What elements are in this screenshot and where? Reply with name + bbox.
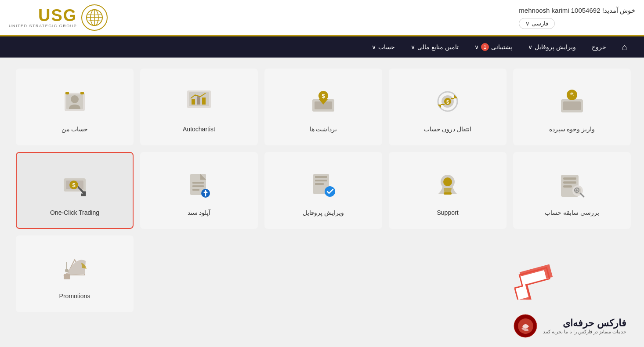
svg-point-37 — [443, 177, 452, 186]
svg-rect-20 — [202, 98, 206, 105]
card-account-review[interactable]: بررسی سابقه حساب — [513, 152, 631, 229]
promotions-icon — [57, 251, 92, 286]
one-click-trading-label: One-Click Trading — [50, 209, 99, 216]
card-internal-transfer[interactable]: $ انتقال درون حساب — [389, 69, 507, 145]
card-promotions[interactable]: Promotions — [16, 235, 134, 312]
svg-rect-28 — [563, 181, 576, 184]
promotions-label: Promotions — [59, 293, 90, 300]
svg-rect-47 — [192, 189, 199, 191]
top-header: خوش آمدید! mehnoosh karimi 10054692 فارس… — [0, 0, 644, 36]
deposit-label: واریز وجوه سپرده — [549, 126, 595, 133]
svg-text:$: $ — [72, 182, 76, 188]
upload-doc-label: آپلود سند — [188, 209, 211, 216]
svg-rect-42 — [315, 183, 324, 185]
empty-slot-4 — [140, 235, 258, 312]
nav-logout[interactable]: خروج — [584, 36, 614, 58]
language-button[interactable]: فارسی ∨ — [519, 18, 555, 29]
support-label: Support — [437, 209, 458, 216]
card-one-click-trading[interactable]: $ One-Click Trading — [16, 152, 134, 229]
one-click-trading-icon: $ — [57, 167, 92, 202]
logo-text: USG UNITED STRATEGIC GROUP — [9, 7, 77, 28]
logo-subtitle: UNITED STRATEGIC GROUP — [9, 24, 77, 28]
account-review-icon — [554, 167, 590, 202]
farsi-forex-logo-area: فارکس حرفه‌ای خدمات متمایز در فارکس را ب… — [514, 314, 626, 323]
my-account-label: حساب من — [62, 126, 88, 133]
empty-slot-2 — [389, 235, 507, 312]
internal-transfer-label: انتقال درون حساب — [424, 126, 472, 133]
deposit-icon: $ — [554, 84, 590, 119]
svg-rect-38 — [444, 192, 452, 195]
globe-icon — [81, 4, 108, 31]
svg-text:$: $ — [446, 99, 449, 105]
nav-funding[interactable]: تامین منابع مالی ∨ — [403, 36, 467, 58]
my-account-icon — [57, 84, 92, 119]
user-info-area: خوش آمدید! mehnoosh karimi 10054692 فارس… — [519, 7, 635, 29]
svg-point-43 — [325, 186, 335, 197]
withdrawal-icon: $ — [306, 84, 341, 119]
svg-rect-27 — [563, 177, 576, 180]
nav-support[interactable]: پشتیبانی 1 ∨ — [467, 36, 520, 58]
support-badge: 1 — [481, 43, 489, 51]
support-card-icon — [430, 167, 465, 202]
card-upload-doc[interactable]: آپلود سند — [140, 152, 258, 229]
svg-point-23 — [71, 95, 79, 103]
empty-slot-3 — [264, 235, 382, 312]
svg-rect-54 — [64, 274, 70, 279]
svg-rect-46 — [192, 185, 204, 187]
svg-rect-5 — [563, 101, 581, 110]
nav-account[interactable]: حساب ∨ — [364, 36, 403, 58]
autochartist-label: Autochartist — [183, 126, 215, 133]
svg-rect-45 — [192, 182, 204, 184]
logo-area: USG UNITED STRATEGIC GROUP — [9, 4, 108, 31]
farsi-forex-text: فارکس حرفه‌ای خدمات متمایز در فارکس را ب… — [543, 318, 626, 323]
card-deposit[interactable]: $ واریز وجوه سپرده — [513, 69, 631, 145]
svg-line-32 — [580, 193, 584, 197]
arrow-indicator — [514, 264, 554, 301]
welcome-text: خوش آمدید! mehnoosh karimi 10054692 — [519, 7, 635, 14]
svg-rect-41 — [315, 180, 327, 181]
svg-rect-18 — [192, 99, 195, 105]
card-my-account[interactable]: حساب من — [16, 69, 134, 145]
svg-rect-40 — [315, 176, 327, 178]
withdrawal-label: برداشت ها — [310, 126, 337, 133]
card-withdrawal[interactable]: $ برداشت ها — [264, 69, 382, 145]
nav-edit-profile[interactable]: ویرایش پروفایل ∨ — [520, 36, 584, 58]
autochartist-icon — [181, 84, 217, 119]
farsi-title: فارکس حرفه‌ای — [543, 318, 626, 323]
card-support[interactable]: Support — [389, 152, 507, 229]
card-edit-profile[interactable]: ویرایش پروفایل — [264, 152, 382, 229]
svg-text:$: $ — [322, 93, 325, 99]
edit-profile-icon — [306, 167, 341, 202]
svg-rect-19 — [197, 96, 200, 105]
svg-rect-25 — [80, 92, 84, 94]
svg-rect-24 — [65, 92, 69, 94]
internal-transfer-icon: $ — [430, 84, 465, 119]
edit-profile-label: ویرایش پروفایل — [303, 209, 344, 216]
account-review-label: بررسی سابقه حساب — [545, 209, 599, 216]
usg-logo: USG — [38, 7, 77, 24]
upload-doc-icon — [181, 167, 217, 202]
nav-home-button[interactable]: ⌂ — [614, 36, 635, 58]
svg-point-55 — [65, 269, 69, 272]
svg-rect-29 — [563, 185, 572, 188]
main-content: $ واریز وجوه سپرده $ انتقا — [0, 58, 644, 323]
navbar: ⌂ خروج ویرایش پروفایل ∨ پشتیبانی 1 ∨ تام… — [0, 36, 644, 58]
card-autochartist[interactable]: Autochartist — [140, 69, 258, 145]
farsi-forex-icon — [514, 314, 538, 323]
